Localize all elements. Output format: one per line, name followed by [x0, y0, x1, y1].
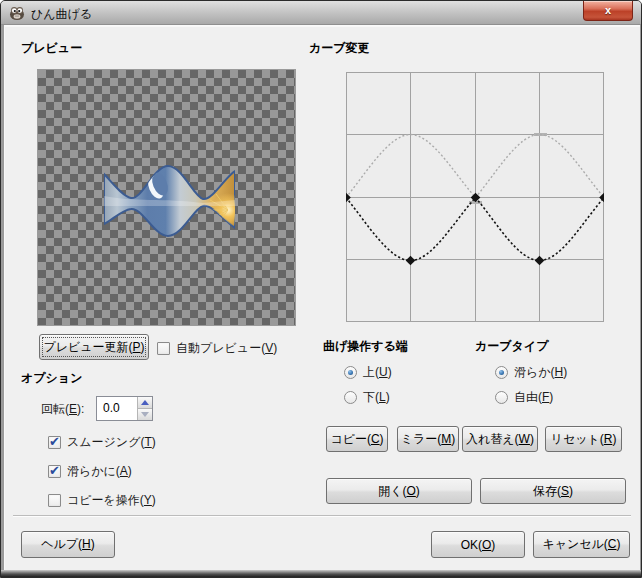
- checkbox-box: ✔: [48, 494, 61, 507]
- auto-preview-checkbox[interactable]: ✔ 自動プレビュー(V): [157, 340, 277, 357]
- cancel-button[interactable]: キャンセル(C): [533, 531, 630, 558]
- preview-image: [104, 162, 235, 237]
- copy-button[interactable]: コピー(C): [326, 426, 388, 452]
- mirror-button[interactable]: ミラー(M): [397, 426, 459, 452]
- help-button[interactable]: ヘルプ(H): [21, 531, 115, 558]
- border-group-label: 曲げ操作する端: [323, 338, 408, 355]
- smoothing-label: スムージング(T): [67, 434, 156, 451]
- titlebar[interactable]: ひん曲げる x: [1, 1, 641, 25]
- spin-down-icon: [141, 412, 149, 417]
- checkbox-box: ✔: [157, 342, 170, 355]
- radio-circle: [344, 391, 357, 404]
- radio-dot-icon: [499, 370, 504, 375]
- close-button[interactable]: x: [583, 1, 633, 21]
- open-button[interactable]: 開く(O): [326, 478, 472, 504]
- preview-area: [37, 69, 296, 326]
- smoothing-checkbox[interactable]: ✔ スムージング(T): [48, 434, 156, 451]
- radio-circle: [344, 366, 357, 379]
- swap-button[interactable]: 入れ替え(W): [462, 426, 538, 452]
- reset-button[interactable]: リセット(R): [545, 426, 622, 452]
- check-icon: ✔: [49, 463, 60, 478]
- radio-circle: [495, 366, 508, 379]
- work-on-copy-checkbox[interactable]: ✔ コピーを操作(Y): [48, 492, 156, 509]
- radio-smooth-label: 滑らか(H): [514, 364, 567, 381]
- gimp-wilber-icon: [9, 5, 25, 21]
- curve-grid: [346, 72, 604, 322]
- rotate-spinbox[interactable]: 0.0: [96, 396, 153, 421]
- checkbox-box: ✔: [48, 436, 61, 449]
- radio-free[interactable]: 自由(F): [495, 389, 553, 406]
- options-section-label: オプション: [21, 370, 82, 387]
- auto-preview-label: 自動プレビュー(V): [176, 340, 277, 357]
- curve-type-group-label: カーブタイプ: [475, 338, 548, 355]
- radio-lower[interactable]: 下(L): [344, 389, 390, 406]
- radio-upper[interactable]: 上(U): [344, 364, 392, 381]
- preview-section-label: プレビュー: [21, 40, 82, 57]
- curve-section-label: カーブ変更: [309, 40, 370, 57]
- spin-up-icon: [141, 400, 149, 405]
- close-icon: x: [605, 4, 611, 16]
- antialias-label: 滑らかに(A): [67, 463, 132, 480]
- radio-dot-icon: [348, 370, 353, 375]
- save-button[interactable]: 保存(S): [480, 478, 626, 504]
- curve-bend-dialog: ひん曲げる x プレビュー: [0, 0, 642, 578]
- checkbox-box: ✔: [48, 465, 61, 478]
- window-title: ひん曲げる: [31, 6, 92, 23]
- radio-smooth[interactable]: 滑らか(H): [495, 364, 567, 381]
- radio-lower-label: 下(L): [363, 389, 390, 406]
- rotate-value[interactable]: 0.0: [97, 397, 137, 420]
- dialog-body: プレビュー: [4, 25, 640, 572]
- work-on-copy-label: コピーを操作(Y): [67, 492, 156, 509]
- radio-upper-label: 上(U): [363, 364, 392, 381]
- radio-circle: [495, 391, 508, 404]
- check-icon: ✔: [49, 434, 60, 449]
- rotate-label: 回転(E):: [41, 401, 84, 418]
- preview-update-button[interactable]: プレビュー更新(P): [39, 334, 149, 360]
- radio-free-label: 自由(F): [514, 389, 553, 406]
- ok-button[interactable]: OK(O): [431, 531, 525, 558]
- antialias-checkbox[interactable]: ✔ 滑らかに(A): [48, 463, 132, 480]
- curve-editor-canvas[interactable]: [346, 72, 604, 322]
- spin-down-button[interactable]: [138, 409, 152, 420]
- spin-up-button[interactable]: [138, 397, 152, 409]
- action-separator: [13, 515, 631, 517]
